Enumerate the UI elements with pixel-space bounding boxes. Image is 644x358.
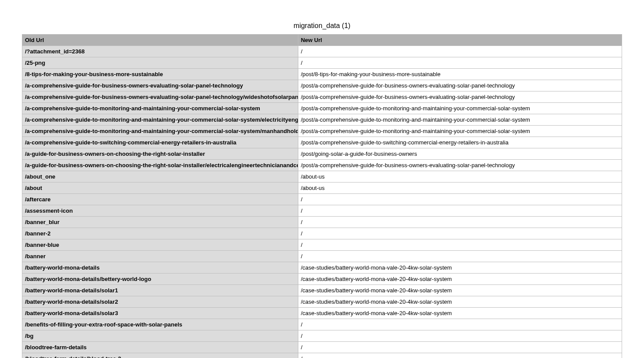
- cell-old-url: /a-comprehensive-guide-to-monitoring-and…: [22, 114, 298, 126]
- table-row: /a-guide-for-business-owners-on-choosing…: [22, 160, 622, 171]
- cell-new-url: /post/a-comprehensive-guide-to-monitorin…: [298, 114, 622, 126]
- cell-old-url: /banner: [22, 251, 298, 262]
- cell-new-url: /post/a-comprehensive-guide-to-monitorin…: [298, 126, 622, 137]
- cell-new-url: /post/a-comprehensive-guide-for-business…: [298, 80, 622, 91]
- table-row: /battery-world-mona-details/case-studies…: [22, 262, 622, 274]
- cell-new-url: /: [298, 217, 622, 228]
- cell-new-url: /post/a-comprehensive-guide-to-switching…: [298, 137, 622, 148]
- cell-new-url: /: [298, 239, 622, 251]
- header-new-url: New Url: [298, 35, 622, 46]
- cell-old-url: /bloodtree-farm-details/blood-tree-2: [22, 353, 298, 358]
- table-row: /8-tips-for-making-your-business-more-su…: [22, 69, 622, 80]
- sheet-container: migration_data (1) Old Url New Url /?att…: [0, 0, 644, 358]
- cell-new-url: /post/a-comprehensive-guide-to-monitorin…: [298, 103, 622, 114]
- table-row: /benefits-of-filling-your-extra-roof-spa…: [22, 319, 622, 330]
- cell-new-url: /: [298, 342, 622, 353]
- cell-old-url: /a-comprehensive-guide-to-monitoring-and…: [22, 103, 298, 114]
- table-row: /bloodtree-farm-details/: [22, 342, 622, 353]
- cell-old-url: /banner-blue: [22, 239, 298, 251]
- cell-new-url: /post/going-solar-a-guide-for-business-o…: [298, 148, 622, 160]
- table-row: /a-comprehensive-guide-to-monitoring-and…: [22, 103, 622, 114]
- cell-old-url: /a-comprehensive-guide-to-monitoring-and…: [22, 126, 298, 137]
- table-row: /battery-world-mona-details/solar1/case-…: [22, 285, 622, 296]
- table-row: /a-guide-for-business-owners-on-choosing…: [22, 148, 622, 160]
- cell-old-url: /battery-world-mona-details/solar3: [22, 308, 298, 319]
- cell-old-url: /a-comprehensive-guide-for-business-owne…: [22, 80, 298, 91]
- cell-old-url: /benefits-of-filling-your-extra-roof-spa…: [22, 319, 298, 330]
- cell-old-url: /bg: [22, 330, 298, 342]
- cell-new-url: /: [298, 194, 622, 205]
- table-row: /battery-world-mona-details/solar3/case-…: [22, 308, 622, 319]
- cell-old-url: /battery-world-mona-details/solar2: [22, 296, 298, 308]
- cell-old-url: /aftercare: [22, 194, 298, 205]
- table-header-row: Old Url New Url: [22, 35, 622, 46]
- cell-old-url: /bloodtree-farm-details: [22, 342, 298, 353]
- cell-old-url: /a-comprehensive-guide-for-business-owne…: [22, 91, 298, 103]
- cell-new-url: /case-studies/battery-world-mona-vale-20…: [298, 308, 622, 319]
- document-title: migration_data (1): [22, 22, 622, 30]
- table-row: /about_one/about-us: [22, 171, 622, 183]
- cell-new-url: /: [298, 205, 622, 217]
- cell-old-url: /a-guide-for-business-owners-on-choosing…: [22, 148, 298, 160]
- header-old-url: Old Url: [22, 35, 298, 46]
- cell-old-url: /banner-2: [22, 228, 298, 239]
- cell-new-url: /: [298, 319, 622, 330]
- cell-old-url: /a-guide-for-business-owners-on-choosing…: [22, 160, 298, 171]
- table-row: /assessment-icon/: [22, 205, 622, 217]
- cell-old-url: /25-png: [22, 57, 298, 69]
- table-row: /battery-world-mona-details/bettery-worl…: [22, 274, 622, 285]
- table-row: /banner-blue/: [22, 239, 622, 251]
- table-row: /banner-2/: [22, 228, 622, 239]
- table-row: /banner/: [22, 251, 622, 262]
- cell-old-url: /assessment-icon: [22, 205, 298, 217]
- table-row: /a-comprehensive-guide-for-business-owne…: [22, 80, 622, 91]
- table-row: /?attachment_id=2368/: [22, 46, 622, 57]
- cell-old-url: /?attachment_id=2368: [22, 46, 298, 57]
- cell-new-url: /post/a-comprehensive-guide-for-business…: [298, 160, 622, 171]
- cell-new-url: /post/a-comprehensive-guide-for-business…: [298, 91, 622, 103]
- cell-new-url: /: [298, 330, 622, 342]
- table-row: /a-comprehensive-guide-for-business-owne…: [22, 91, 622, 103]
- cell-new-url: /: [298, 46, 622, 57]
- cell-new-url: /: [298, 228, 622, 239]
- table-row: /a-comprehensive-guide-to-switching-comm…: [22, 137, 622, 148]
- cell-old-url: /about: [22, 183, 298, 194]
- table-row: /a-comprehensive-guide-to-monitoring-and…: [22, 114, 622, 126]
- cell-new-url: /case-studies/battery-world-mona-vale-20…: [298, 262, 622, 274]
- table-row: /a-comprehensive-guide-to-monitoring-and…: [22, 126, 622, 137]
- cell-new-url: /: [298, 353, 622, 358]
- cell-new-url: /case-studies/battery-world-mona-vale-20…: [298, 274, 622, 285]
- table-row: /aftercare/: [22, 194, 622, 205]
- table-row: /25-png/: [22, 57, 622, 69]
- cell-new-url: /about-us: [298, 183, 622, 194]
- table-row: /battery-world-mona-details/solar2/case-…: [22, 296, 622, 308]
- cell-old-url: /battery-world-mona-details/bettery-worl…: [22, 274, 298, 285]
- cell-old-url: /banner_blur: [22, 217, 298, 228]
- table-body: /?attachment_id=2368//25-png//8-tips-for…: [22, 46, 622, 358]
- cell-old-url: /a-comprehensive-guide-to-switching-comm…: [22, 137, 298, 148]
- migration-table: Old Url New Url /?attachment_id=2368//25…: [22, 34, 622, 358]
- cell-new-url: /case-studies/battery-world-mona-vale-20…: [298, 285, 622, 296]
- cell-new-url: /case-studies/battery-world-mona-vale-20…: [298, 296, 622, 308]
- table-row: /banner_blur/: [22, 217, 622, 228]
- cell-old-url: /about_one: [22, 171, 298, 183]
- cell-new-url: /: [298, 251, 622, 262]
- cell-old-url: /battery-world-mona-details: [22, 262, 298, 274]
- table-row: /bloodtree-farm-details/blood-tree-2/: [22, 353, 622, 358]
- table-row: /about/about-us: [22, 183, 622, 194]
- cell-new-url: /: [298, 57, 622, 69]
- cell-new-url: /about-us: [298, 171, 622, 183]
- cell-old-url: /8-tips-for-making-your-business-more-su…: [22, 69, 298, 80]
- table-row: /bg/: [22, 330, 622, 342]
- cell-new-url: /post/8-tips-for-making-your-business-mo…: [298, 69, 622, 80]
- cell-old-url: /battery-world-mona-details/solar1: [22, 285, 298, 296]
